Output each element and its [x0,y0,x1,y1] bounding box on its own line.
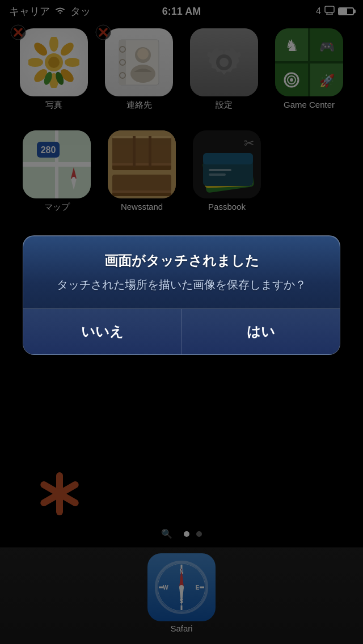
alert-dialog: 画面がタッチされました タッチされた場所を描いた画像を保存しますか？ いいえ は… [23,235,340,355]
alert-yes-button[interactable]: はい [182,309,340,354]
alert-title: 画面がタッチされました [23,236,340,277]
alert-message: タッチされた場所を描いた画像を保存しますか？ [23,277,340,308]
alert-buttons: いいえ はい [23,309,340,354]
alert-no-button[interactable]: いいえ [23,309,182,354]
